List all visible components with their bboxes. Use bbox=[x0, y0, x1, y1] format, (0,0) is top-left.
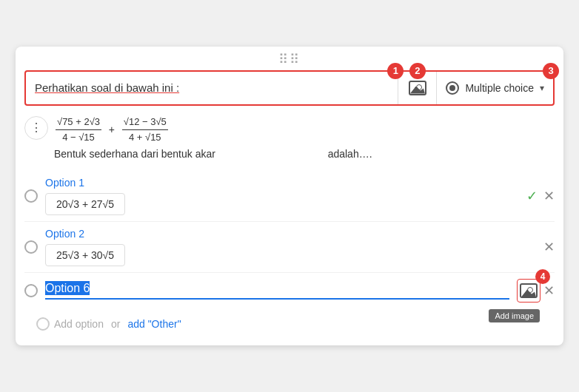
add-image-button[interactable]: 2 bbox=[398, 72, 437, 104]
question-card: ⠿⠿ Perhatikan soal di bawah ini : 1 2 Mu… bbox=[16, 47, 563, 346]
frac2-num: √12 − 3√5 bbox=[122, 115, 168, 131]
fraction-1: √75 + 2√3 4 − √15 bbox=[54, 124, 106, 135]
option6-add-image-button[interactable]: 4 Add image bbox=[517, 279, 540, 303]
frac2-den: 4 + √15 bbox=[127, 130, 163, 146]
option6-selected-text: Option 6 bbox=[45, 281, 90, 295]
option6-row: Option 6 4 Add image ✕ bbox=[24, 273, 555, 303]
option6-actions: 4 Add image ✕ bbox=[517, 279, 555, 303]
drag-dots-icon: ⠿⠿ bbox=[278, 51, 301, 67]
radio-inner bbox=[449, 85, 455, 91]
add-option-radio-placeholder bbox=[36, 317, 50, 331]
radio-type-icon bbox=[446, 81, 459, 95]
badge-2: 2 bbox=[409, 63, 426, 79]
question-type-selector[interactable]: Multiple choice ▾ 3 bbox=[437, 72, 553, 104]
question-suffix: adalah…. bbox=[328, 148, 372, 160]
option6-radio[interactable] bbox=[24, 284, 38, 297]
option6-image-icon bbox=[520, 283, 538, 298]
add-option-row: Add option or add "Other" bbox=[16, 303, 563, 334]
image-icon bbox=[409, 81, 426, 95]
chevron-down-icon: ▾ bbox=[540, 83, 544, 93]
option-row-2: Option 2 25√3 + 30√5 ✕ bbox=[24, 222, 555, 273]
question-body: √75 + 2√3 4 − √15 + √12 − 3√5 4 + √15 Be… bbox=[54, 115, 555, 163]
question-prefix: Bentuk sederhana dari bentuk akar bbox=[54, 148, 215, 160]
question-content-area: ⋮ √75 + 2√3 4 − √15 + √12 − 3√5 4 + √15 bbox=[24, 115, 555, 163]
fraction-2: √12 − 3√5 4 + √15 bbox=[121, 124, 170, 135]
badge-3: 3 bbox=[543, 63, 559, 79]
option6-label-area: Option 6 bbox=[45, 282, 509, 300]
badge-4: 4 bbox=[535, 269, 550, 284]
add-option-label[interactable]: Add option bbox=[54, 318, 104, 330]
option-row-1: Option 1 20√3 + 27√5 ✓ ✕ bbox=[24, 171, 555, 222]
question-label: Perhatikan soal di bawah ini : bbox=[35, 81, 179, 94]
option2-close-button[interactable]: ✕ bbox=[543, 239, 555, 255]
frac1-num: √75 + 2√3 bbox=[56, 115, 101, 131]
option2-actions: ✕ bbox=[543, 239, 555, 255]
add-other-link[interactable]: add "Other" bbox=[127, 318, 181, 330]
add-option-separator: or bbox=[111, 318, 120, 330]
options-list: Option 1 20√3 + 27√5 ✓ ✕ Option 2 25√3 +… bbox=[24, 171, 555, 303]
drag-handle[interactable]: ⠿⠿ bbox=[16, 47, 563, 70]
question-math-line: √75 + 2√3 4 − √15 + √12 − 3√5 4 + √15 bbox=[54, 115, 555, 146]
question-text-line: Bentuk sederhana dari bentuk akar adalah… bbox=[54, 146, 555, 162]
add-image-tooltip: Add image bbox=[489, 309, 540, 322]
option1-label-area: Option 1 20√3 + 27√5 bbox=[45, 177, 519, 215]
more-options-button[interactable]: ⋮ bbox=[24, 116, 48, 140]
more-dots-icon: ⋮ bbox=[30, 122, 42, 134]
question-text-field[interactable]: Perhatikan soal di bawah ini : 1 bbox=[26, 72, 398, 104]
option2-math: 25√3 + 30√5 bbox=[45, 244, 125, 266]
toolbar: Perhatikan soal di bawah ini : 1 2 Multi… bbox=[24, 70, 555, 106]
fraction-1-display: √75 + 2√3 4 − √15 bbox=[56, 115, 101, 146]
option2-radio[interactable] bbox=[24, 240, 38, 254]
option2-label-area: Option 2 25√3 + 30√5 bbox=[45, 228, 536, 266]
option1-label: Option 1 bbox=[45, 177, 519, 189]
option1-actions: ✓ ✕ bbox=[526, 188, 555, 204]
option1-radio[interactable] bbox=[24, 189, 38, 203]
option1-math: 20√3 + 27√5 bbox=[45, 193, 125, 215]
option1-check-icon: ✓ bbox=[526, 188, 538, 204]
option2-label: Option 2 bbox=[45, 228, 536, 240]
fraction-2-display: √12 − 3√5 4 + √15 bbox=[122, 115, 168, 146]
type-label: Multiple choice bbox=[465, 82, 534, 94]
option1-close-button[interactable]: ✕ bbox=[543, 188, 555, 204]
option6-close-button[interactable]: ✕ bbox=[543, 283, 555, 299]
frac1-den: 4 − √15 bbox=[61, 130, 96, 146]
